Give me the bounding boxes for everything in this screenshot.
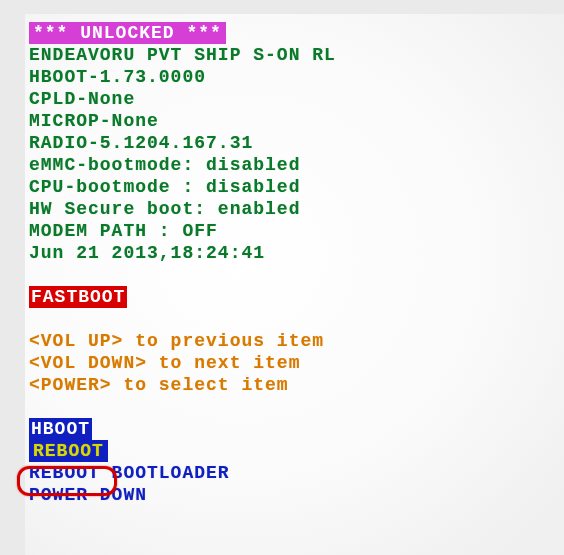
- unlocked-label: *** UNLOCKED ***: [29, 22, 226, 44]
- spacer: [29, 308, 564, 330]
- menu-item-power-down[interactable]: POWER DOWN: [29, 484, 564, 506]
- radio-info: RADIO-5.1204.167.31: [29, 132, 564, 154]
- fastboot-mode-label: FASTBOOT: [29, 286, 127, 308]
- build-date: Jun 21 2013,18:24:41: [29, 242, 564, 264]
- hboot-version: HBOOT-1.73.0000: [29, 66, 564, 88]
- menu-item-reboot-bootloader[interactable]: REBOOT BOOTLOADER: [29, 462, 564, 484]
- secure-boot: HW Secure boot: enabled: [29, 198, 564, 220]
- cpu-bootmode: CPU-bootmode : disabled: [29, 176, 564, 198]
- help-prev: <VOL UP> to previous item: [29, 330, 564, 352]
- microp-info: MICROP-None: [29, 110, 564, 132]
- cpld-info: CPLD-None: [29, 88, 564, 110]
- spacer: [29, 264, 564, 286]
- menu-hboot-row[interactable]: HBOOT: [29, 418, 564, 440]
- menu-reboot-row[interactable]: REBOOT: [29, 440, 564, 462]
- modem-path: MODEM PATH : OFF: [29, 220, 564, 242]
- bootloader-screen: *** UNLOCKED *** ENDEAVORU PVT SHIP S-ON…: [25, 14, 564, 555]
- mode-row: FASTBOOT: [29, 286, 564, 308]
- spacer: [29, 396, 564, 418]
- help-select: <POWER> to select item: [29, 374, 564, 396]
- bootloader-screenshot: *** UNLOCKED *** ENDEAVORU PVT SHIP S-ON…: [0, 0, 564, 555]
- device-info-line: ENDEAVORU PVT SHIP S-ON RL: [29, 44, 564, 66]
- unlocked-banner: *** UNLOCKED ***: [29, 22, 564, 44]
- help-next: <VOL DOWN> to next item: [29, 352, 564, 374]
- emmc-bootmode: eMMC-bootmode: disabled: [29, 154, 564, 176]
- menu-item-hboot[interactable]: HBOOT: [29, 418, 92, 440]
- menu-item-reboot-selected[interactable]: REBOOT: [29, 440, 108, 462]
